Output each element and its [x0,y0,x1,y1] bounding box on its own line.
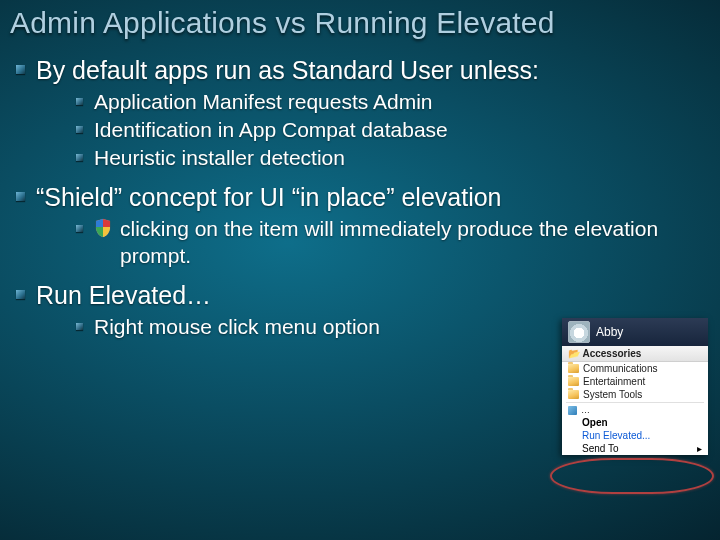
folder-icon [568,377,579,386]
startmenu-screenshot: Abby 📂 Accessories Communications Entert… [562,318,708,455]
chevron-right-icon: ▸ [697,443,702,454]
bullet-list: By default apps run as Standard User unl… [10,55,710,342]
startmenu-header-text: Accessories [582,348,641,359]
list-item-label: Entertainment [583,376,645,387]
app-icon [568,406,577,415]
folder-icon [568,390,579,399]
ctx-run-elevated: Run Elevated... [576,429,708,442]
bullet-run-elevated-text: Run Elevated… [36,281,211,309]
list-item: … [562,404,708,416]
bullet-default-sublist: Application Manifest requests Admin Iden… [36,89,710,172]
sub-appcompat: Identification in App Compat database [94,117,710,144]
bullet-shield-sublist: clicking on the item will immediately pr… [36,216,710,270]
sub-shield-click-text: clicking on the item will immediately pr… [120,216,710,270]
shield-icon [94,218,112,245]
folder-icon: 📂 [568,348,580,359]
list-item: Communications [562,362,708,375]
avatar [568,321,590,343]
bullet-default: By default apps run as Standard User unl… [36,55,710,172]
sub-manifest: Application Manifest requests Admin [94,89,710,116]
list-item: Entertainment [562,375,708,388]
bullet-default-text: By default apps run as Standard User unl… [36,56,539,84]
ctx-open-text: Open [582,417,608,428]
folder-icon [568,364,579,373]
ctx-run-elevated-text: Run Elevated... [582,430,650,441]
ctx-send-to: Send To ▸ [576,442,708,455]
sub-heuristic: Heuristic installer detection [94,145,710,172]
list-item-label: … [581,405,590,415]
startmenu-userbar: Abby [562,318,708,346]
sub-shield-click: clicking on the item will immediately pr… [94,216,710,270]
startmenu-username: Abby [596,325,623,339]
list-item-label: System Tools [583,389,642,400]
startmenu-header: 📂 Accessories [562,346,708,362]
bullet-shield: “Shield” concept for UI “in place” eleva… [36,182,710,270]
list-item-label: Communications [583,363,657,374]
slide-title: Admin Applications vs Running Elevated [10,6,710,41]
highlight-oval [550,458,714,494]
list-item: System Tools [562,388,708,401]
ctx-open: Open [576,416,708,429]
bullet-shield-text: “Shield” concept for UI “in place” eleva… [36,183,502,211]
ctx-send-to-text: Send To [582,443,619,454]
